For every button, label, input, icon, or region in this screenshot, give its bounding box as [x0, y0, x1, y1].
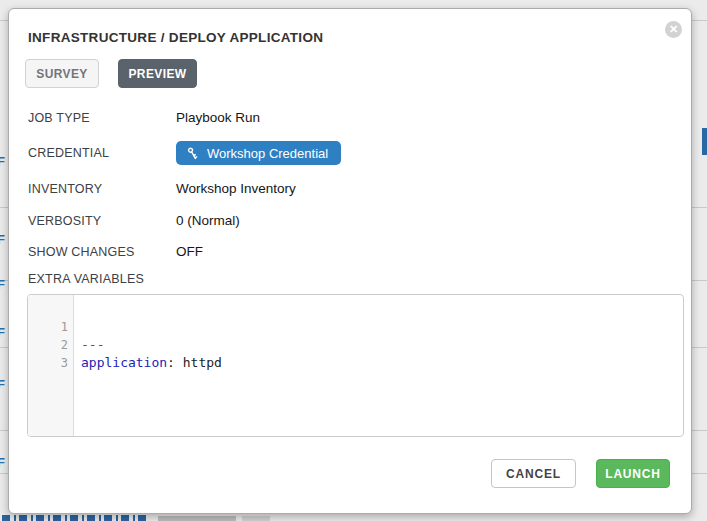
- extra-variables-label: EXTRA VARIABLES: [28, 272, 144, 286]
- backdrop-text-fragment: F: [0, 233, 7, 246]
- close-icon[interactable]: ✕: [665, 21, 682, 38]
- verbosity-value: 0 (Normal): [176, 213, 240, 228]
- line-number: 2: [28, 336, 68, 354]
- code-line: 1 ---: [28, 300, 683, 318]
- modal-title: INFRASTRUCTURE / DEPLOY APPLICATION: [28, 30, 323, 45]
- credential-badge-label: Workshop Credential: [207, 146, 328, 161]
- backdrop-text-fragment: F: [0, 326, 7, 339]
- backdrop-text-fragment: F: [0, 278, 7, 291]
- line-number: 3: [28, 354, 68, 372]
- credential-badge[interactable]: Workshop Credential: [176, 141, 341, 165]
- backdrop-highlight-fragment: [702, 128, 707, 155]
- job-type-label: JOB TYPE: [28, 111, 90, 125]
- backdrop-text-fragment: F: [0, 378, 7, 391]
- inventory-label: INVENTORY: [28, 182, 102, 196]
- tab-survey[interactable]: SURVEY: [25, 59, 99, 88]
- show-changes-label: SHOW CHANGES: [28, 245, 135, 259]
- extra-variables-editor[interactable]: 1 --- 2 application: httpd 3: [27, 294, 684, 437]
- cancel-button[interactable]: CANCEL: [491, 459, 576, 488]
- backdrop-clipped-chip: [158, 516, 236, 521]
- key-icon: [186, 147, 199, 160]
- line-number: 1: [28, 318, 68, 336]
- backdrop-clipped-link-text: [2, 515, 147, 521]
- credential-label: CREDENTIAL: [28, 146, 109, 160]
- launch-button[interactable]: LAUNCH: [596, 459, 670, 488]
- job-type-value: Playbook Run: [176, 110, 260, 125]
- deploy-application-modal: INFRASTRUCTURE / DEPLOY APPLICATION ✕ SU…: [8, 8, 692, 514]
- backdrop-clipped-chip: [242, 516, 270, 521]
- tab-preview[interactable]: PREVIEW: [118, 59, 197, 88]
- code-line: 2 application: httpd: [28, 318, 683, 336]
- backdrop-text-fragment: F: [0, 456, 7, 469]
- verbosity-label: VERBOSITY: [28, 214, 101, 228]
- show-changes-value: OFF: [176, 244, 203, 259]
- backdrop-text-fragment: F: [0, 155, 7, 168]
- inventory-value: Workshop Inventory: [176, 181, 296, 196]
